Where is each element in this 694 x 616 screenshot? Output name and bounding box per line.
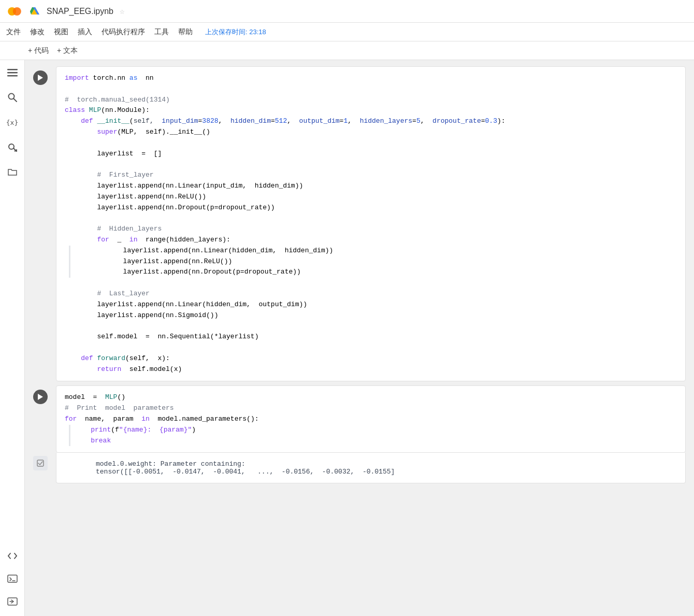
menu-icon[interactable] <box>4 64 21 81</box>
folder-icon[interactable] <box>4 164 21 180</box>
add-code-button[interactable]: + 代码 <box>26 45 51 56</box>
code-icon[interactable] <box>4 548 21 564</box>
svg-marker-18 <box>38 75 43 81</box>
drive-icon <box>30 6 40 17</box>
output-indicator <box>33 456 48 470</box>
toolbar: + 代码 + 文本 <box>0 41 694 60</box>
svg-rect-14 <box>8 575 17 582</box>
svg-rect-6 <box>7 72 18 74</box>
menu-item-help[interactable]: 帮助 <box>178 27 193 37</box>
menu-item-tools[interactable]: 工具 <box>154 27 169 37</box>
cell-2-output-gutter <box>25 453 56 470</box>
cell-2: model = MLP() # Print model parameters f… <box>25 385 694 483</box>
cell-2-output-row: model.0.weight: Parameter containing: te… <box>25 453 694 483</box>
cell-2-content[interactable]: model = MLP() # Print model parameters f… <box>56 385 686 453</box>
menu-item-view[interactable]: 视图 <box>54 27 68 37</box>
run-cell-2-button[interactable] <box>33 390 48 404</box>
svg-point-1 <box>13 7 21 16</box>
cell-2-output: model.0.weight: Parameter containing: te… <box>56 453 686 483</box>
last-saved: 上次保存时间: 23:18 <box>205 27 266 37</box>
top-bar: SNAP_EEG.ipynb ☆ <box>0 0 694 23</box>
sidebar: {x} <box>0 60 25 616</box>
colab-logo <box>6 3 23 20</box>
menu-bar: 文件 修改 视图 插入 代码执行程序 工具 帮助 上次保存时间: 23:18 <box>0 23 694 41</box>
star-icon[interactable]: ☆ <box>120 6 125 17</box>
menu-item-file[interactable]: 文件 <box>6 27 21 37</box>
key-icon[interactable] <box>4 139 21 155</box>
main-layout: {x} <box>0 60 694 616</box>
menu-item-edit[interactable]: 修改 <box>30 27 45 37</box>
cell-1-row: import torch.nn as nn # torch.manual_see… <box>25 66 694 381</box>
cell-2-gutter <box>25 385 56 404</box>
svg-rect-5 <box>7 69 18 70</box>
terminal-icon[interactable] <box>4 570 21 587</box>
cell-2-code: model = MLP() # Print model parameters f… <box>65 392 677 446</box>
cell-1: import torch.nn as nn # torch.manual_see… <box>25 66 694 381</box>
notebook-area: import torch.nn as nn # torch.manual_see… <box>25 60 694 616</box>
output-text: model.0.weight: Parameter containing: te… <box>96 457 677 479</box>
svg-marker-19 <box>38 394 43 400</box>
svg-rect-7 <box>7 75 18 77</box>
cell-1-gutter <box>25 66 56 85</box>
svg-line-9 <box>13 99 17 102</box>
filename: SNAP_EEG.ipynb <box>47 7 113 16</box>
menu-item-runtime[interactable]: 代码执行程序 <box>102 27 145 37</box>
cell-1-content[interactable]: import torch.nn as nn # torch.manual_see… <box>56 66 686 381</box>
run-cell-1-button[interactable] <box>33 70 48 85</box>
cell-1-code: import torch.nn as nn # torch.manual_see… <box>65 73 677 375</box>
variable-icon[interactable]: {x} <box>4 114 21 131</box>
menu-item-insert[interactable]: 插入 <box>78 27 92 37</box>
search-icon[interactable] <box>4 89 21 106</box>
output-icon[interactable] <box>4 593 21 610</box>
cell-2-row: model = MLP() # Print model parameters f… <box>25 385 694 453</box>
add-text-button[interactable]: + 文本 <box>55 45 80 56</box>
